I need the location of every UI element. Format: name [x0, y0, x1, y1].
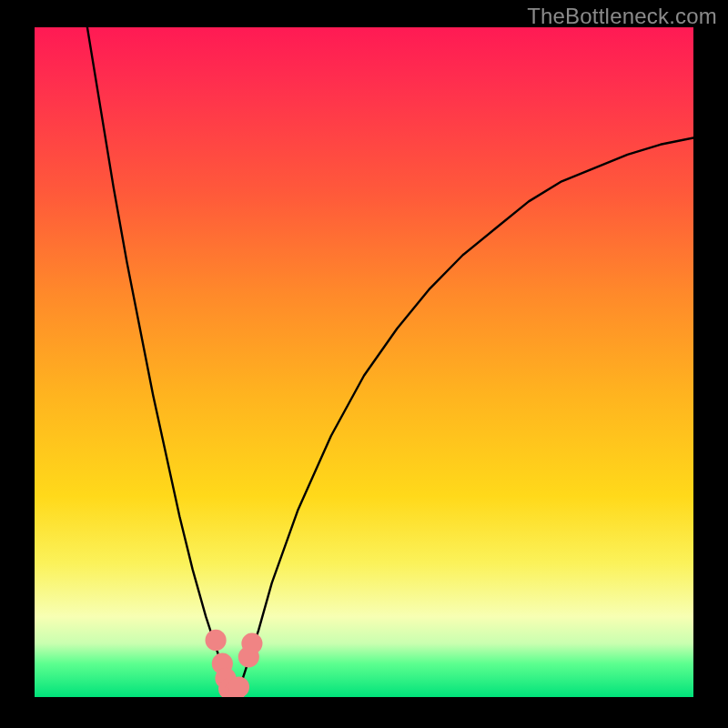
marker-dot	[241, 633, 262, 654]
chart-frame: TheBottleneck.com	[0, 0, 728, 728]
highlight-markers	[206, 630, 263, 697]
watermark-text: TheBottleneck.com	[527, 4, 717, 29]
marker-dot	[215, 668, 236, 689]
marker-dot	[225, 680, 246, 697]
marker-dot	[212, 653, 233, 674]
marker-dot	[218, 679, 239, 697]
marker-dot	[228, 676, 249, 697]
marker-dot	[238, 646, 259, 667]
plot-area	[35, 27, 693, 697]
chart-overlay	[35, 27, 693, 697]
marker-dot	[206, 630, 227, 651]
bottleneck-curve	[87, 27, 693, 691]
